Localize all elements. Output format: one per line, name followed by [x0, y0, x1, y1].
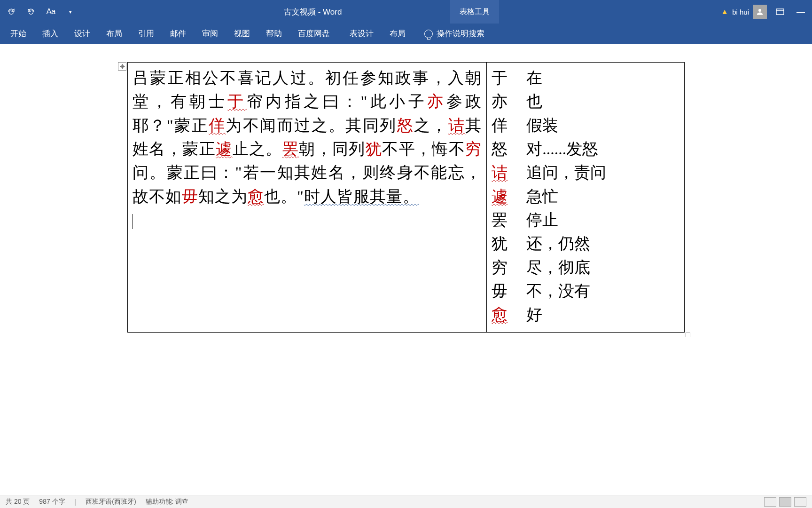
page: ✥ 吕蒙正相公不喜记人过。初任参知政事，入朝堂，有朝士于帘内指之曰："此小子亦参…	[127, 62, 685, 333]
view-controls	[764, 497, 806, 507]
web-layout-button[interactable]	[794, 497, 806, 507]
tab-review[interactable]: 审阅	[200, 28, 220, 39]
text-seg: 知之为	[198, 188, 248, 205]
qat-dropdown-icon[interactable]: ▾	[64, 5, 77, 18]
vocab-row: 毋不，没有	[492, 279, 679, 303]
tell-me-label: 操作说明搜索	[437, 28, 484, 39]
svg-point-0	[758, 9, 761, 12]
vocab-def: 假装	[526, 114, 558, 137]
hl-you: 犹	[366, 140, 382, 158]
table-tools-context: 表格工具	[450, 0, 499, 24]
ribbon-tabs: 开始 插入 设计 布局 引用 邮件 审阅 视图 帮助 百度网盘 表设计 布局 操…	[0, 24, 812, 44]
vocab-def: 对......发怒	[526, 137, 598, 161]
tab-mailings[interactable]: 邮件	[168, 28, 188, 39]
vocab-row: 诘追问，责问	[492, 161, 679, 184]
ruler	[0, 54, 812, 62]
titlebar-right: ▲ bi hui —	[721, 4, 808, 19]
minimize-button[interactable]: —	[793, 4, 808, 19]
tell-me-search[interactable]: 操作说明搜索	[424, 28, 484, 39]
svg-rect-1	[776, 9, 784, 15]
tab-layout[interactable]: 布局	[104, 28, 124, 39]
user-account[interactable]: ▲ bi hui	[721, 5, 767, 19]
status-sep: |	[75, 498, 77, 506]
status-bar: 共 20 页 987 个字 | 西班牙语(西班牙) 辅助功能: 调查	[0, 495, 812, 508]
undo-button[interactable]	[24, 5, 38, 18]
vocab-term: 亦	[492, 90, 508, 113]
read-mode-button[interactable]	[764, 497, 776, 507]
vocab-row: 怒对......发怒	[492, 137, 679, 161]
accessibility-status[interactable]: 辅助功能: 调查	[146, 498, 189, 506]
vocab-row: 佯假装	[492, 114, 679, 137]
vocab-def: 追问，责问	[526, 161, 606, 184]
vocab-row: 犹还，仍然	[492, 232, 679, 255]
vocab-def: 也	[526, 90, 542, 113]
tab-insert[interactable]: 插入	[40, 28, 60, 39]
text-seg: 为不闻而过之。其同列	[226, 117, 397, 134]
vocab-def: 急忙	[526, 185, 558, 208]
text-seg: 帘内指之曰："此小子	[247, 93, 428, 110]
text-cursor	[133, 214, 133, 229]
document-title: 古文视频 - Word	[284, 7, 342, 17]
tab-help[interactable]: 帮助	[264, 28, 284, 39]
hl-yu2: 愈	[248, 188, 264, 205]
font-case-label: Aa	[47, 7, 55, 16]
hl-yang: 佯	[209, 117, 226, 134]
title-bar: Aa ▾ 古文视频 - Word 表格工具 ▲ bi hui —	[0, 0, 812, 24]
table-resize-handle[interactable]	[686, 333, 690, 337]
vocab-row: 愈好	[492, 303, 679, 326]
vocab-def: 不，没有	[526, 279, 590, 303]
vocab-row: 于在	[492, 66, 679, 90]
main-text-cell[interactable]: 吕蒙正相公不喜记人过。初任参知政事，入朝堂，有朝士于帘内指之曰："此小子亦参政耶…	[128, 63, 487, 333]
vocab-row: 穷尽，彻底	[492, 256, 679, 279]
tab-table-design[interactable]: 表设计	[348, 28, 375, 39]
vocab-cell[interactable]: 于在 亦也 佯假装 怒对......发怒 诘追问，责问 遽急忙 罢停止 犹还，仍…	[487, 63, 685, 333]
tab-table-layout[interactable]: 布局	[388, 28, 407, 39]
vocab-term: 怒	[492, 137, 508, 161]
warning-icon: ▲	[721, 8, 728, 16]
vocab-term: 诘	[492, 161, 508, 184]
tab-references[interactable]: 引用	[136, 28, 156, 39]
ribbon-display-options-button[interactable]	[773, 4, 788, 19]
vocab-def: 还，仍然	[526, 232, 590, 255]
text-seg: 不平，悔不	[382, 140, 465, 158]
hl-yu: 于	[227, 93, 246, 110]
table-move-handle[interactable]: ✥	[118, 62, 126, 71]
quick-access-toolbar: Aa ▾	[0, 5, 77, 18]
word-count[interactable]: 987 个字	[39, 498, 65, 506]
hl-ju: 遽	[216, 140, 232, 158]
hl-wu: 毋	[182, 188, 198, 205]
text-seg: 也。"	[264, 188, 304, 205]
hl-jie: 诘	[448, 117, 465, 134]
vocab-term: 愈	[492, 303, 508, 326]
vocab-row: 亦也	[492, 90, 679, 113]
tab-design[interactable]: 设计	[72, 28, 92, 39]
text-seg: 止之。	[233, 140, 282, 158]
vocab-term: 罢	[492, 208, 508, 232]
hl-ba: 罢	[282, 140, 299, 158]
vocab-term: 毋	[492, 279, 508, 303]
text-seg: 之，	[414, 117, 448, 134]
content-table: 吕蒙正相公不喜记人过。初任参知政事，入朝堂，有朝士于帘内指之曰："此小子亦参政耶…	[127, 62, 685, 333]
vocab-def: 在	[526, 66, 542, 90]
vocab-term: 佯	[492, 114, 508, 137]
language-status[interactable]: 西班牙语(西班牙)	[86, 498, 136, 506]
vocab-row: 罢停止	[492, 208, 679, 232]
avatar	[753, 5, 767, 19]
vocab-term: 于	[492, 66, 508, 90]
vocab-row: 遽急忙	[492, 185, 679, 208]
vocab-def: 尽，彻底	[526, 256, 590, 279]
page-count[interactable]: 共 20 页	[6, 498, 30, 506]
hl-nu: 怒	[397, 117, 414, 134]
hl-yi: 亦	[427, 93, 446, 110]
tab-baidu[interactable]: 百度网盘	[296, 28, 332, 39]
tab-view[interactable]: 视图	[232, 28, 252, 39]
tab-home[interactable]: 开始	[8, 28, 28, 39]
print-layout-button[interactable]	[779, 497, 791, 507]
hl-qiong: 穷	[465, 140, 482, 158]
vocab-def: 停止	[526, 208, 558, 232]
vocab-term: 遽	[492, 185, 508, 208]
user-name: bi hui	[732, 8, 749, 16]
font-case-button[interactable]: Aa	[44, 5, 57, 18]
text-seg-wavy: 时人皆服其量。	[304, 188, 419, 205]
redo-button[interactable]	[5, 5, 18, 18]
